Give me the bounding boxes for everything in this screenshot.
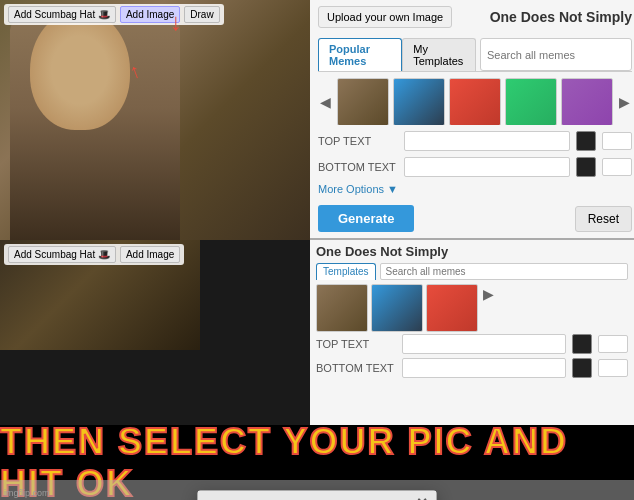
meme-image [0, 0, 310, 240]
bottom-top-text-input[interactable] [402, 334, 566, 354]
modal-header: ✕ [198, 491, 436, 500]
bottom-text-label: BOTTOM TEXT [318, 161, 398, 173]
right-header: Upload your own Image One Does Not Simpl… [318, 6, 632, 28]
tab-my-templates[interactable]: My Templates [402, 38, 476, 71]
tab-row: Popular Memes My Templates [318, 38, 632, 72]
bottom-add-image-button[interactable]: Add Image [120, 246, 180, 263]
search-all-memes-input[interactable] [480, 38, 632, 71]
meme-title: One Does Not Simply [490, 9, 632, 25]
meme-thumb-3[interactable] [449, 78, 501, 125]
reset-button[interactable]: Reset [575, 206, 632, 232]
meme-thumb-1[interactable] [337, 78, 389, 125]
scroll-left-icon[interactable]: ◀ [318, 92, 333, 112]
arrow-down-icon: ↓ [170, 8, 182, 36]
bottom-bottom-color-swatch[interactable] [572, 358, 592, 378]
bottom-thumb-3[interactable] [426, 284, 478, 332]
bottom-thumb-2[interactable] [371, 284, 423, 332]
generate-button[interactable]: Generate [318, 205, 414, 232]
meme-thumb-4[interactable] [505, 78, 557, 125]
draw-button[interactable]: Draw [184, 6, 219, 23]
modal-close-button[interactable]: ✕ [416, 495, 428, 500]
bottom-top-text-label: TOP TEXT [316, 338, 396, 350]
bottom-toolbar: Add Scumbag Hat 🎩 Add Image [4, 244, 184, 265]
canvas-toolbar: Add Scumbag Hat 🎩 Add Image Draw [4, 4, 224, 25]
bottom-meme-canvas: Add Scumbag Hat 🎩 Add Image [0, 240, 310, 425]
bottom-tab-templates[interactable]: Templates [316, 263, 376, 280]
top-text-label: TOP TEXT [318, 135, 398, 147]
bottom-bottom-text-label: BOTTOM TEXT [316, 362, 396, 374]
bottom-buttons: Generate Reset [318, 205, 632, 232]
bottom-bottom-text-row: BOTTOM TEXT 5 [316, 358, 628, 378]
bottom-scroll-right-icon[interactable]: ▶ [481, 284, 496, 328]
bottom-scumbag-button[interactable]: Add Scumbag Hat 🎩 [8, 246, 116, 263]
add-image-modal: ✕ Inside Current Image ⬜ Below Current I… [197, 490, 437, 500]
meme-thumbnails: ◀ ▶ [318, 78, 632, 125]
scumbag-hat-button[interactable]: Add Scumbag Hat 🎩 [8, 6, 116, 23]
bottom-search-input[interactable] [380, 263, 628, 280]
bottom-bottom-font-size[interactable]: 5 [598, 359, 628, 377]
meme-face [30, 10, 130, 130]
tab-popular[interactable]: Popular Memes [318, 38, 402, 71]
upload-own-button[interactable]: Upload your own Image [318, 6, 452, 28]
bottom-text-row: BOTTOM TEXT 5 [318, 157, 632, 177]
top-text-color-swatch[interactable] [576, 131, 596, 151]
top-section: Add Scumbag Hat 🎩 Add Image Draw ↓ ↑ Upl… [0, 0, 634, 240]
modal-overlay: ✕ Inside Current Image ⬜ Below Current I… [0, 480, 634, 500]
top-text-input[interactable] [404, 131, 570, 151]
meme-thumb-2[interactable] [393, 78, 445, 125]
bottom-top-color-swatch[interactable] [572, 334, 592, 354]
bottom-thumb-1[interactable] [316, 284, 368, 332]
bottom-text-color-swatch[interactable] [576, 157, 596, 177]
top-text-row: TOP TEXT 5 [318, 131, 632, 151]
bottom-text-font-size[interactable]: 5 [602, 158, 632, 176]
bottom-bg: Add Scumbag Hat 🎩 Add Image One Does Not… [0, 240, 634, 425]
more-options-link[interactable]: More Options ▼ [318, 183, 632, 195]
bottom-bottom-text-input[interactable] [402, 358, 566, 378]
bottom-meme-title: One Does Not Simply [316, 244, 448, 259]
right-panel: Upload your own Image One Does Not Simpl… [310, 0, 634, 238]
bottom-section: Add Scumbag Hat 🎩 Add Image One Does Not… [0, 240, 634, 500]
top-text-font-size[interactable]: 5 [602, 132, 632, 150]
meme-canvas: Add Scumbag Hat 🎩 Add Image Draw ↓ ↑ [0, 0, 310, 240]
bottom-right-panel: One Does Not Simply Templates ▶ TOP TEXT… [310, 240, 634, 425]
bottom-text-input[interactable] [404, 157, 570, 177]
bottom-top-font-size[interactable]: 5 [598, 335, 628, 353]
meme-thumb-5[interactable] [561, 78, 613, 125]
scroll-right-icon[interactable]: ▶ [617, 92, 632, 112]
bottom-top-text-row: TOP TEXT 5 [316, 334, 628, 354]
